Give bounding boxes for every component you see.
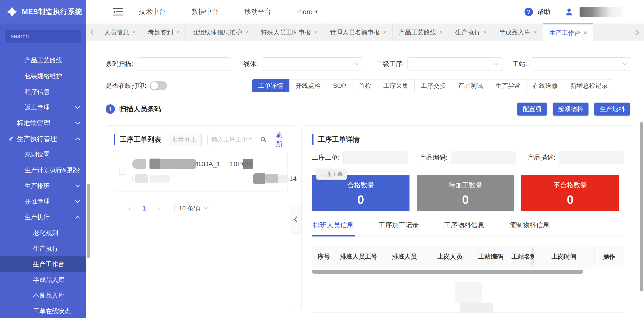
sidebar-item-production-execution[interactable]: 生产执行 [0,209,86,225]
panel-collapse-handle[interactable] [290,205,302,234]
help-icon[interactable]: ? [524,8,533,16]
personnel-table-body [312,276,624,313]
sidebar-item-production-execution-mgmt[interactable]: 生产执行管理 [0,131,86,147]
station-select[interactable] [530,57,631,71]
tabs-scroll-left-button[interactable] [86,24,98,41]
secondary-process-select[interactable] [408,57,503,71]
tab-semi-finished-inbound[interactable]: 半成品入库× [493,24,543,41]
user-avatar-icon[interactable] [565,8,573,16]
batch-start-button[interactable]: 批量开工 [167,133,202,146]
nav-tech-platform[interactable]: 技术中台 [139,7,166,16]
sidebar-search-input[interactable] [5,30,81,43]
subtab-process-handover[interactable]: 工序交接 [414,79,452,92]
tab-process-material-info[interactable]: 工序物料信息 [442,221,486,236]
sidebar-item-program-info[interactable]: 程序信息 [0,84,86,100]
workorder-search-input[interactable] [211,136,260,143]
close-icon[interactable]: × [534,29,537,36]
tab-production-execution[interactable]: 生产执行× [449,24,493,41]
tabs-scroll-right-button[interactable] [630,24,644,41]
sidebar-item-aging-rules[interactable]: 老化规则 [0,225,86,241]
username-redacted[interactable] [580,7,622,17]
subtab-process-collection[interactable]: 工序采集 [377,79,415,92]
subtab-add-final-inspection[interactable]: 新增总检记录 [564,79,614,92]
workorder-row-line1[interactable]: 4GDA_1 10PCS [132,159,253,169]
sidebar-item-defective-inbound[interactable]: 不良品入库 [0,288,86,303]
extra-material-button[interactable]: 超领物料 [553,103,588,116]
top-bar: 技术中台 数据中台 移动平台 more▼ ? 帮助 [86,0,644,24]
chevron-up-icon [75,216,80,219]
config-items-button[interactable]: 配置项 [517,103,547,116]
menu-fold-icon[interactable] [113,8,123,16]
tab-prefab-material-info[interactable]: 预制物料信息 [508,221,551,236]
sidebar-item-production-execution-sub[interactable]: 生产执行 [0,241,86,256]
product-desc-field [559,151,624,164]
pagination-prev-button[interactable]: ‹ [123,204,136,212]
search-icon[interactable] [260,137,266,142]
close-icon[interactable]: × [383,29,386,36]
line-select[interactable] [262,57,363,71]
tab-process-records[interactable]: 工序加工记录 [377,221,420,236]
horizontal-scrollbar-thumb[interactable] [312,270,583,274]
tab-personnel-info[interactable]: 人员信息× [98,24,142,41]
close-icon[interactable]: × [314,29,318,36]
step-number-badge: 1 [106,104,115,114]
workorder-row-line2[interactable]: I ·14 [132,173,297,184]
tab-team-line-info[interactable]: 班组线体信息维护× [186,24,255,41]
subtab-product-test[interactable]: 产品测试 [452,79,490,92]
sidebar-scrollbar-thumb[interactable] [87,184,90,258]
online-print-toggle[interactable] [150,81,167,90]
sidebar-item-production-scheduling[interactable]: 生产排班 [0,178,86,194]
pagination-next-button[interactable]: › [152,204,165,212]
logo-row: MES制造执行系统 [0,0,86,24]
left-panel-header: 工序工单列表 批量开工 刷新 [114,133,288,146]
close-icon[interactable]: × [176,29,180,36]
sidebar-item-rework-mgmt[interactable]: 返工管理 [0,100,86,115]
tab-shift-personnel-info[interactable]: 排班人员信息 [312,221,355,236]
subtab-first-inspection[interactable]: 首检 [352,79,377,92]
nav-data-platform[interactable]: 数据中台 [192,7,218,16]
sidebar-item-workorder-online-status[interactable]: 工单在线状态 [0,303,86,318]
subtab-sop[interactable]: SOP [327,79,352,92]
sidebar-item-plan-execution-tracking[interactable]: 生产计划执行&跟踪 [0,162,86,178]
sidebar-item-standard-terminal-mgmt[interactable]: 标准端管理 [0,115,86,131]
sidebar-item-product-process-route[interactable]: 产品工艺路线 [0,53,86,68]
production-return-button[interactable]: 生产退料 [594,103,630,116]
sidebar-item-semi-finished-inbound[interactable]: 半成品入库 [0,272,86,288]
action-buttons: 配置项 超领物料 生产退料 [517,103,630,116]
sidebar-item-rule-settings[interactable]: 规则设置 [0,147,86,162]
sidebar-item-shift-mgmt[interactable]: 开班管理 [0,194,86,209]
nav-more-menu[interactable]: more▼ [297,7,319,16]
refresh-link[interactable]: 刷新 [276,130,288,149]
page-size-select[interactable]: 10 条/页 [174,202,212,214]
tab-attendance-signin[interactable]: 考勤签到× [142,24,186,41]
sidebar-item-production-workbench[interactable]: 生产工作台 [0,256,86,272]
close-icon[interactable]: × [245,29,248,36]
col-shift-personnel-id: 排班人员工号 [336,246,382,267]
workorder-tooltip-tag: 工序工单 [316,169,347,180]
subtab-production-abnormal[interactable]: 生产异常 [489,79,527,92]
pagination-page-1[interactable]: 1 [136,204,152,212]
nav-mobile-platform[interactable]: 移动平台 [244,7,271,16]
workorder-checkbox[interactable] [119,169,125,175]
product-code-field [451,151,516,164]
pending-qty-label: 待加工数量 [417,181,514,190]
tab-product-process-route[interactable]: 产品工艺路线× [393,24,449,41]
tab-manager-quota[interactable]: 管理人员名额申报× [324,24,393,41]
sidebar-item-packaging-spec[interactable]: 包装规格维护 [0,68,86,84]
subtab-workorder-detail[interactable]: 工单详情 [252,79,290,92]
close-icon[interactable]: × [132,29,136,36]
subtab-line-open-check[interactable]: 开线点检 [289,79,327,92]
chevron-up-icon [75,137,80,140]
close-icon[interactable]: × [483,29,487,36]
line2-prefix-fragment: I [132,175,134,182]
page-scrollbar-thumb[interactable] [640,122,643,291]
help-label[interactable]: 帮助 [537,7,550,16]
tab-production-workbench[interactable]: 生产工作台× [543,24,593,41]
barcode-scan-input[interactable] [137,57,231,71]
close-icon[interactable]: × [584,29,587,36]
tab-special-worktime[interactable]: 特殊人员工时申报× [255,24,324,41]
redacted-blob [266,174,278,183]
subtab-online-repair[interactable]: 在线送修 [526,79,564,92]
close-icon[interactable]: × [440,29,443,36]
panels-row: 工序工单列表 批量开工 刷新 [106,125,633,310]
